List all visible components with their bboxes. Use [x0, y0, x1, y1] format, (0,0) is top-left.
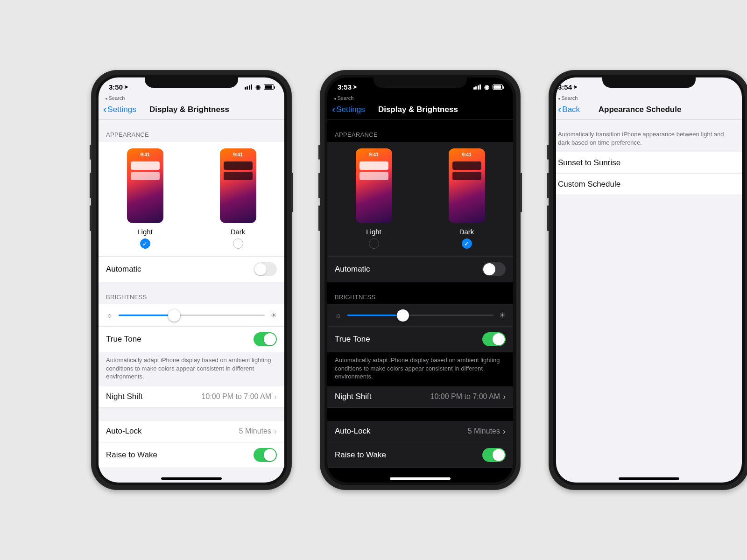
light-label: Light [127, 228, 163, 236]
sun-high-icon: ☀ [270, 311, 277, 320]
radio-unselected-icon [233, 238, 243, 249]
chevron-right-icon: › [503, 392, 506, 402]
truetone-row: True Tone [99, 327, 284, 352]
autolock-row[interactable]: Auto-Lock 5 Minutes› [327, 421, 513, 442]
autolock-detail: 5 Minutes [239, 427, 271, 435]
dark-label: Dark [449, 228, 485, 236]
clock: 3:53 [338, 83, 352, 91]
chevron-left-icon: ‹ [332, 105, 335, 115]
breadcrumb[interactable]: Search [99, 95, 284, 101]
appearance-header: APPEARANCE [327, 120, 513, 142]
cellular-icon [473, 84, 481, 90]
truetone-row: True Tone [327, 327, 513, 352]
chevron-left-icon: ‹ [558, 105, 561, 115]
nightshift-row[interactable]: Night Shift 10:00 PM to 7:00 AM› [99, 386, 284, 408]
light-thumb: 9:41 [356, 148, 392, 223]
brightness-slider[interactable] [347, 315, 493, 316]
clock: 3:54 [558, 83, 572, 91]
autolock-label: Auto-Lock [335, 427, 371, 436]
automatic-label: Automatic [335, 265, 370, 274]
appearance-light-option[interactable]: 9:41 Light [356, 148, 392, 249]
custom-schedule-row[interactable]: Custom Schedule [556, 174, 742, 195]
home-indicator[interactable] [161, 477, 222, 480]
appearance-light-option[interactable]: 9:41 Light [127, 148, 163, 249]
radio-unselected-icon [369, 238, 379, 249]
appearance-chooser: 9:41 Light 9:41 Dark [327, 142, 513, 257]
appearance-dark-option[interactable]: 9:41 Dark [220, 148, 256, 249]
location-icon: ➤ [124, 84, 128, 90]
schedule-desc: Automatically transition iPhone appearan… [556, 120, 742, 152]
page-title: Display & Brightness [347, 105, 489, 114]
nav-bar: ‹Settings Display & Brightness [99, 101, 284, 120]
notch [374, 75, 467, 88]
automatic-toggle[interactable] [482, 262, 506, 276]
appearance-chooser: 9:41 Light 9:41 Dark [99, 142, 284, 257]
sunset-sunrise-row[interactable]: Sunset to Sunrise [556, 152, 742, 174]
brightness-slider-row: ☼ ☀ [99, 304, 284, 327]
raise-toggle[interactable] [254, 448, 277, 462]
dark-label: Dark [220, 228, 256, 236]
wifi-icon: ◉ [484, 84, 489, 91]
appearance-dark-option[interactable]: 9:41 Dark [449, 148, 485, 249]
brightness-slider[interactable] [119, 315, 265, 316]
battery-icon [493, 84, 503, 90]
breadcrumb[interactable]: Search [327, 95, 513, 101]
home-indicator[interactable] [619, 477, 679, 480]
brightness-header: BRIGHTNESS [99, 282, 284, 304]
raise-row: Raise to Wake [327, 442, 513, 468]
radio-selected-icon [462, 238, 472, 249]
clock: 3:50 [109, 83, 123, 91]
battery-icon [264, 84, 274, 90]
chevron-right-icon: › [274, 427, 277, 436]
nav-bar: ‹Settings Display & Brightness [327, 101, 513, 120]
notch [602, 75, 696, 88]
raise-label: Raise to Wake [335, 450, 386, 460]
truetone-toggle[interactable] [482, 332, 506, 346]
location-icon: ➤ [573, 84, 578, 90]
sunset-sunrise-label: Sunset to Sunrise [558, 158, 620, 168]
cellular-icon [245, 84, 253, 90]
page-title: Appearance Schedule [562, 105, 718, 114]
nightshift-label: Night Shift [106, 392, 142, 401]
nav-bar: ‹Back Appearance Schedule [556, 101, 742, 120]
truetone-toggle[interactable] [254, 332, 277, 346]
phone-schedule: 3:54➤ Search ‹Back Appearance Schedule A… [549, 70, 747, 490]
raise-label: Raise to Wake [106, 450, 157, 460]
automatic-toggle[interactable] [254, 262, 277, 276]
chevron-left-icon: ‹ [103, 105, 106, 115]
brightness-slider-row: ☼ ☀ [327, 304, 513, 327]
radio-selected-icon [140, 238, 150, 249]
appearance-header: APPEARANCE [99, 120, 284, 142]
automatic-row: Automatic [327, 257, 513, 282]
dark-thumb: 9:41 [449, 148, 485, 223]
raise-row: Raise to Wake [99, 442, 284, 468]
phone-light: 3:50➤ ◉ Search ‹Settings Display & Brigh… [91, 70, 292, 490]
light-thumb: 9:41 [127, 148, 163, 223]
truetone-label: True Tone [335, 335, 370, 344]
chevron-right-icon: › [503, 427, 506, 436]
brightness-header: BRIGHTNESS [327, 282, 513, 304]
autolock-row[interactable]: Auto-Lock 5 Minutes› [99, 421, 284, 442]
light-label: Light [356, 228, 392, 236]
sun-low-icon: ☼ [335, 311, 342, 320]
nightshift-row[interactable]: Night Shift 10:00 PM to 7:00 AM› [327, 386, 513, 408]
automatic-label: Automatic [106, 265, 141, 274]
autolock-label: Auto-Lock [106, 427, 142, 436]
truetone-footer: Automatically adapt iPhone display based… [327, 352, 513, 386]
breadcrumb[interactable]: Search [556, 95, 742, 101]
location-icon: ➤ [353, 84, 357, 90]
nightshift-label: Night Shift [335, 392, 371, 401]
automatic-row: Automatic [99, 257, 284, 282]
nightshift-detail: 10:00 PM to 7:00 AM [430, 392, 500, 401]
dark-thumb: 9:41 [220, 148, 256, 223]
sun-low-icon: ☼ [106, 311, 113, 320]
nightshift-detail: 10:00 PM to 7:00 AM [202, 392, 271, 401]
truetone-label: True Tone [106, 335, 141, 344]
wifi-icon: ◉ [255, 84, 261, 91]
chevron-right-icon: › [274, 392, 277, 402]
home-indicator[interactable] [390, 477, 451, 480]
raise-toggle[interactable] [482, 448, 506, 462]
notch [145, 75, 238, 88]
sun-high-icon: ☀ [499, 311, 506, 320]
truetone-footer: Automatically adapt iPhone display based… [99, 352, 284, 386]
